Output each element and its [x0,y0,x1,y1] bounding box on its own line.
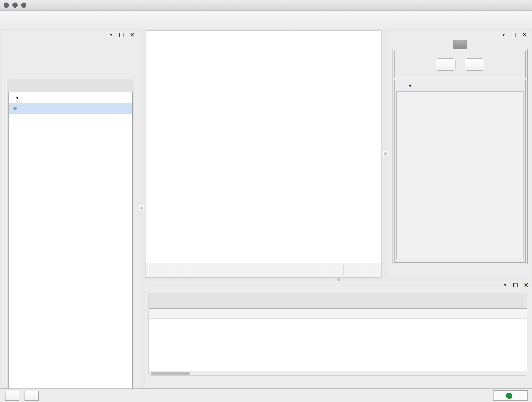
network-tree-child-row[interactable] [9,103,133,114]
selected-checkbox-icon[interactable] [326,265,336,275]
panel-float-icon[interactable] [513,283,518,287]
panel-float-icon[interactable] [512,33,516,37]
zoom-button[interactable] [21,2,26,8]
memory-status-dot [506,393,512,399]
panel-menu-icon[interactable]: ▼ [503,283,507,288]
scrollbar-thumb[interactable] [151,372,190,375]
table-header-row [149,309,527,319]
collapse-all-button[interactable] [465,58,484,70]
right-splitter[interactable] [382,31,389,278]
table-horizontal-scrollbar[interactable] [149,371,527,376]
hidden-eye-icon[interactable] [347,265,357,275]
node-table [149,308,527,376]
results-panel: ▼ ✕ ▼ [389,31,530,278]
memory-button[interactable] [493,390,528,401]
warnings-button[interactable] [25,391,39,401]
string-results-box: ▼ [392,49,528,264]
cdk1-entry: ▼ [394,80,526,263]
table-panel: ▼ ✕ [145,281,532,388]
table-toolbar [149,293,527,308]
detach-view-icon[interactable] [176,265,186,275]
control-panel: ▼ ✕ ▼ [2,31,138,388]
network-view-toolbar [146,263,381,277]
title-bar [0,0,532,11]
horizontal-splitter[interactable] [145,278,532,281]
tab-string[interactable] [453,40,467,49]
panel-menu-icon[interactable]: ▼ [109,32,114,37]
panel-close-icon[interactable]: ✕ [522,32,527,38]
network-manager: ▼ [7,79,134,402]
grid-view-icon[interactable] [148,265,158,275]
panel-close-icon[interactable]: ✕ [129,32,135,38]
panel-menu-icon[interactable]: ▼ [501,32,506,37]
cloud-button[interactable] [5,391,19,401]
minimize-button[interactable] [12,2,18,8]
status-bar [0,389,532,402]
collapse-entry-icon[interactable]: ▼ [408,83,412,89]
traffic-lights [4,2,26,8]
network-tree: ▼ [8,92,133,402]
expand-all-button[interactable] [436,58,456,70]
network-thumb-icon[interactable] [158,265,168,275]
network-tree-root-row[interactable]: ▼ [9,92,133,103]
tree-expander-icon[interactable]: ▼ [15,95,21,100]
left-splitter[interactable] [138,31,145,278]
panel-float-icon[interactable] [119,33,123,37]
network-icon [22,104,30,113]
network-canvas[interactable] [146,31,381,263]
panel-close-icon[interactable]: ✕ [524,282,529,288]
cdk1-entry-header[interactable]: ▼ [394,80,525,91]
main-toolbar [0,11,532,30]
close-button[interactable] [4,2,9,8]
network-status-dot [13,107,17,110]
network-view[interactable] [145,31,382,278]
app-window: { "window": { "title": "Session: New Ses… [0,0,532,402]
birdseye-icon[interactable] [369,265,379,275]
